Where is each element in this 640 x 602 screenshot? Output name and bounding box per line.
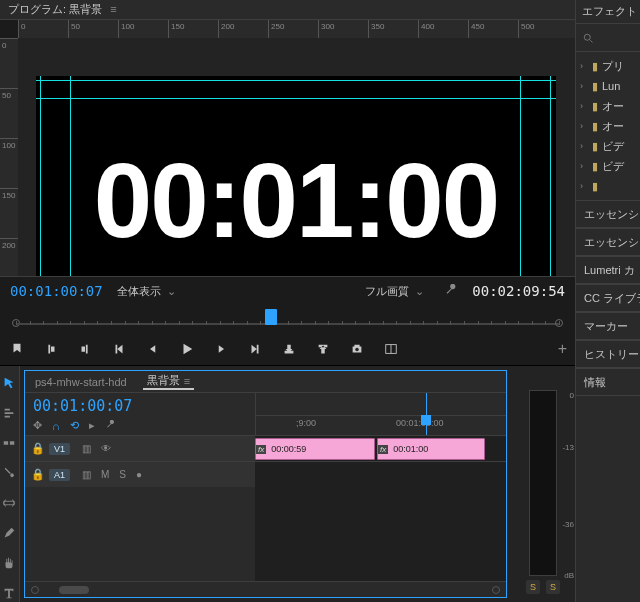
effects-folder-label: ビデ: [602, 159, 624, 174]
audio-level-meter[interactable]: 0-13-36dB: [529, 390, 557, 576]
scrub-tick: [206, 321, 207, 325]
go-to-out-button[interactable]: [246, 340, 264, 358]
add-marker-button[interactable]: [8, 340, 26, 358]
scrub-tick: [532, 321, 533, 325]
collapsed-panel-tab[interactable]: エッセンシ: [576, 200, 640, 228]
type-tool[interactable]: [2, 586, 18, 602]
timeline-playhead-timecode[interactable]: 00:01:00:07: [33, 397, 247, 415]
program-scrub-bar[interactable]: [0, 305, 575, 333]
timeline-header-options: ✥ ∩ ⟲ ▸: [33, 419, 247, 432]
audio-meter-panel: 0-13-36dB S S: [511, 366, 575, 602]
toggle-sync-lock-icon[interactable]: ▥: [82, 443, 91, 454]
video-track-header[interactable]: 🔒 V1 ▥ 👁: [25, 435, 255, 461]
effects-panel-tab[interactable]: エフェクト: [576, 0, 640, 24]
meter-solo-button[interactable]: S: [526, 580, 540, 594]
effects-search-input[interactable]: [598, 31, 640, 45]
fx-badge-icon: fx: [378, 445, 388, 454]
effects-folder-row[interactable]: ›▮プリ: [576, 56, 640, 76]
meter-solo-button[interactable]: S: [546, 580, 560, 594]
sequence-tab-label: 黒背景: [147, 373, 180, 388]
voiceover-record-icon[interactable]: ●: [136, 469, 142, 480]
mark-in-button[interactable]: [42, 340, 60, 358]
search-icon: [582, 32, 594, 44]
pen-tool[interactable]: [2, 526, 18, 542]
scrub-tick: [505, 321, 506, 325]
track-select-tool[interactable]: [2, 406, 18, 422]
current-timecode[interactable]: 00:01:00:07: [10, 283, 103, 299]
audio-track-lane[interactable]: [255, 461, 506, 487]
ripple-edit-tool[interactable]: [2, 436, 18, 452]
collapsed-panel-tab[interactable]: エッセンシ: [576, 228, 640, 256]
mark-out-button[interactable]: [76, 340, 94, 358]
zoom-scroll-end[interactable]: [492, 586, 500, 594]
step-forward-button[interactable]: [212, 340, 230, 358]
track-label[interactable]: V1: [49, 443, 70, 455]
go-to-in-button[interactable]: [110, 340, 128, 358]
effects-folder-row[interactable]: ›▮Lun: [576, 76, 640, 96]
program-panel-menu-icon[interactable]: ≡: [110, 3, 116, 15]
collapsed-panel-tab[interactable]: マーカー: [576, 312, 640, 340]
mute-button[interactable]: M: [101, 469, 109, 480]
marker-icon[interactable]: ▸: [89, 419, 95, 432]
collapsed-panel-tab[interactable]: 情報: [576, 368, 640, 396]
program-canvas[interactable]: 00:01:00: [18, 38, 575, 277]
ruler-tick: 450: [468, 20, 518, 38]
lift-button[interactable]: [280, 340, 298, 358]
export-frame-button[interactable]: [348, 340, 366, 358]
scrub-tick: [518, 321, 519, 325]
safe-margin-guide: [40, 76, 41, 278]
scrub-tick: [233, 321, 234, 325]
linked-selection-icon[interactable]: ⟲: [70, 419, 79, 432]
scrub-end-handle[interactable]: [555, 319, 563, 327]
scrub-tick: [70, 321, 71, 325]
selection-tool[interactable]: [2, 376, 18, 392]
collapsed-panel-tab[interactable]: CC ライブラ: [576, 284, 640, 312]
sequence-tab[interactable]: 黒背景 ≡: [143, 373, 194, 390]
effects-folder-row[interactable]: ›▮ビデ: [576, 136, 640, 156]
timeline-ruler-area[interactable]: ;9:00 00:01:00:00: [255, 393, 506, 435]
video-clip[interactable]: fx 00:01:00: [377, 438, 485, 460]
snap-nested-icon[interactable]: ✥: [33, 419, 42, 432]
effects-folder-row[interactable]: ›▮ビデ: [576, 156, 640, 176]
audio-track-header[interactable]: 🔒 A1 ▥ M S ●: [25, 461, 255, 487]
scrub-tick: [355, 321, 356, 325]
snap-toggle-icon[interactable]: ∩: [52, 420, 60, 432]
button-editor-icon[interactable]: +: [558, 340, 567, 358]
lock-icon[interactable]: 🔒: [31, 468, 43, 481]
solo-button[interactable]: S: [119, 469, 126, 480]
razor-tool[interactable]: [2, 466, 18, 482]
sequence-tab[interactable]: ps4-mhw-start-hdd: [31, 376, 131, 388]
zoom-fit-dropdown[interactable]: 全体表示 ⌄: [111, 281, 182, 301]
settings-wrench-icon[interactable]: [105, 420, 116, 431]
step-back-button[interactable]: [144, 340, 162, 358]
video-clip[interactable]: fx 00:00:59: [255, 438, 375, 460]
timeline-track-area[interactable]: fx 00:00:59 fx 00:01:00: [255, 435, 506, 581]
effects-folder-row[interactable]: ›▮: [576, 176, 640, 196]
extract-button[interactable]: [314, 340, 332, 358]
hand-tool[interactable]: [2, 556, 18, 572]
video-track-lane[interactable]: fx 00:00:59 fx 00:01:00: [255, 435, 506, 461]
time-ruler[interactable]: ;9:00 00:01:00:00: [256, 415, 506, 433]
collapsed-panel-tab[interactable]: ヒストリー: [576, 340, 640, 368]
play-button[interactable]: [178, 340, 196, 358]
zoom-scroll-thumb[interactable]: [59, 586, 89, 594]
scrub-tick: [247, 321, 248, 325]
toggle-sync-lock-icon[interactable]: ▥: [82, 469, 91, 480]
effects-tree: ›▮プリ›▮Lun›▮オー›▮オー›▮ビデ›▮ビデ›▮: [576, 52, 640, 200]
video-overlay-timecode: 00:01:00: [94, 141, 498, 261]
track-label[interactable]: A1: [49, 469, 70, 481]
toggle-track-output-icon[interactable]: 👁: [101, 443, 111, 454]
playback-quality-dropdown[interactable]: フル画質 ⌄: [359, 281, 430, 301]
effects-folder-row[interactable]: ›▮オー: [576, 96, 640, 116]
slip-tool[interactable]: [2, 496, 18, 512]
lock-icon[interactable]: 🔒: [31, 442, 43, 455]
zoom-scroll-start[interactable]: [31, 586, 39, 594]
timeline-zoom-scrollbar[interactable]: [25, 581, 506, 597]
comparison-view-button[interactable]: [382, 340, 400, 358]
settings-wrench-icon[interactable]: [444, 284, 458, 298]
program-playhead[interactable]: [265, 309, 277, 325]
collapsed-panel-tab[interactable]: Lumetri カ: [576, 256, 640, 284]
vertical-ruler: 050100150200250300: [0, 38, 18, 277]
program-monitor[interactable]: 050100150200250300350400450500 050100150…: [0, 20, 575, 278]
effects-folder-row[interactable]: ›▮オー: [576, 116, 640, 136]
